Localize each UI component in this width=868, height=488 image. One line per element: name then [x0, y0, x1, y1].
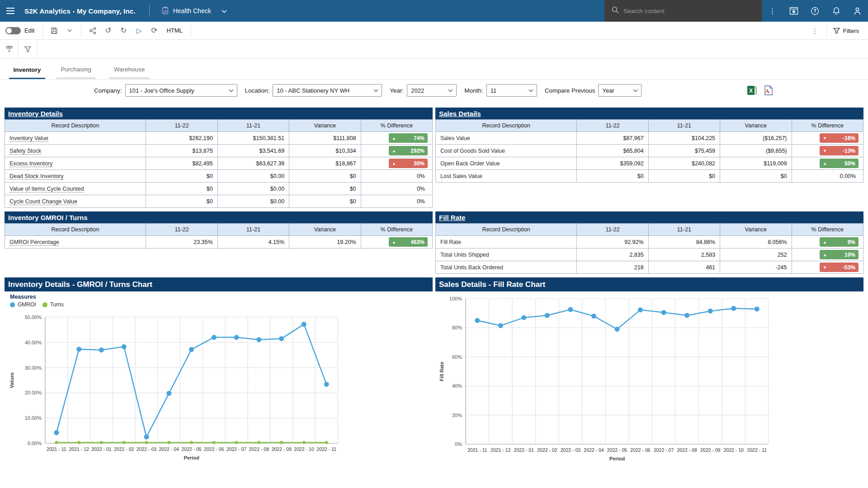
table-row: Fill Rate92.92%84.86%8.056%▲9%	[436, 236, 863, 249]
cell-value: $0	[289, 170, 361, 183]
record-link[interactable]: Inventory Value	[9, 135, 48, 142]
arrow-down-icon: ▼	[823, 136, 827, 141]
svg-text:2022 - 06: 2022 - 06	[630, 447, 651, 453]
redo-button[interactable]: ↻	[116, 24, 131, 38]
diff-value: 0.00%	[797, 173, 859, 179]
export-pdf-icon[interactable]: A	[763, 85, 774, 96]
save-button[interactable]	[47, 24, 62, 38]
table-row: Excess Inventory$82,495$63,627.39$18,867…	[5, 157, 433, 170]
cell-value: $63,627.39	[217, 157, 289, 170]
location-select[interactable]: 10 - ABC Stationery NY WH	[273, 84, 382, 97]
record-label: Fill Rate	[440, 239, 461, 245]
svg-text:2022 - 01: 2022 - 01	[514, 447, 534, 453]
record-label: Total Units Shipped	[440, 252, 489, 258]
compare-previous-select[interactable]: Year	[598, 84, 642, 97]
help-icon[interactable]: ?	[804, 0, 826, 22]
record-link[interactable]: Dead Stock Inventory	[9, 173, 64, 180]
svg-text:2022 - 01: 2022 - 01	[91, 446, 112, 452]
table-export-icon[interactable]	[0, 40, 19, 59]
svg-text:Fill Rate: Fill Rate	[439, 362, 444, 381]
diff-cell: 0.00%	[792, 170, 863, 183]
svg-text:2022 - 09: 2022 - 09	[700, 447, 721, 453]
gmroi-turns-line-chart: 0.00%10.00%20.00%30.00%40.00%50.00%2021 …	[5, 309, 433, 466]
company-label: Company:	[94, 87, 122, 94]
diff-cell: ▲30%	[361, 157, 432, 170]
svg-text:20%: 20%	[452, 413, 462, 418]
column-header: Record Description	[5, 224, 146, 236]
legend-swatch	[10, 302, 15, 307]
diff-badge: ▲463%	[389, 237, 428, 247]
menu-icon[interactable]	[0, 0, 21, 22]
diff-cell: 0%	[361, 195, 432, 208]
html-view-button[interactable]: HTML	[162, 24, 187, 38]
more-options-icon[interactable]: ⋮	[762, 0, 783, 22]
svg-text:20.00%: 20.00%	[25, 390, 42, 395]
tab-warehouse[interactable]: Warehouse	[109, 61, 150, 79]
column-header: Variance	[289, 120, 361, 132]
svg-text:40.00%: 40.00%	[25, 340, 42, 345]
cell-value: 461	[648, 261, 720, 274]
table-row: Value of Items Cycle Counted$0$0.00$00%	[5, 183, 433, 195]
legend-item[interactable]: Turns	[42, 301, 64, 308]
table-row: Inventory Value$262,190$150,381.51$111,8…	[5, 132, 433, 145]
svg-text:2022 - 08: 2022 - 08	[677, 447, 697, 453]
cell-value: $0	[289, 183, 361, 195]
cell-value: $18,867	[289, 157, 361, 170]
year-select[interactable]: 2022	[407, 84, 457, 97]
svg-text:2022 - 10: 2022 - 10	[724, 447, 744, 453]
insights-icon[interactable]	[783, 0, 804, 22]
search-input[interactable]	[623, 8, 736, 14]
arrow-up-icon: ▲	[823, 253, 827, 257]
svg-text:2022 - 04: 2022 - 04	[159, 446, 179, 452]
cell-value: ($9,655)	[720, 145, 792, 157]
arrow-up-icon: ▲	[823, 240, 827, 244]
chevron-down-icon	[222, 7, 227, 14]
panel-inventory-details: Inventory Details Record Description11-2…	[5, 108, 433, 208]
search-bar[interactable]	[604, 0, 762, 22]
record-link[interactable]: GMROI Percentage	[9, 239, 59, 246]
company-select[interactable]: 101 - Joe's Office Supply	[125, 84, 237, 97]
legend-item[interactable]: GMROI	[10, 301, 36, 308]
user-account-icon[interactable]	[847, 0, 868, 22]
cell-value: 92.92%	[577, 236, 648, 249]
month-select[interactable]: 11	[486, 84, 537, 97]
filters-button[interactable]: Filters	[830, 28, 862, 34]
cell-value: -245	[720, 261, 792, 274]
tab-purchasing[interactable]: Purchasing	[57, 61, 95, 79]
diff-cell: ▲10%	[792, 249, 863, 261]
svg-text:0%: 0%	[455, 441, 462, 447]
record-link[interactable]: Safety Stock	[9, 148, 41, 155]
table-row: Total Units Back Ordered216461-245▼-53%	[436, 261, 863, 274]
toolbar-more-icon[interactable]: ⋮	[807, 24, 823, 38]
record-link[interactable]: Value of Items Cycle Counted	[9, 186, 84, 192]
fill-rate-chart-title: Sales Details - Fill Rate Chart	[435, 277, 863, 291]
edit-toggle[interactable]	[5, 27, 21, 34]
run-button[interactable]: ▷	[131, 24, 146, 38]
notifications-bell-icon[interactable]	[826, 0, 847, 22]
column-header: 11-22	[577, 224, 648, 236]
column-header: 11-21	[648, 224, 720, 236]
column-header: 11-21	[217, 120, 289, 132]
legend-label: Turns	[50, 301, 64, 308]
cell-value: $0	[577, 170, 648, 183]
save-options-chevron-icon[interactable]	[62, 24, 77, 38]
tab-inventory[interactable]: Inventory	[9, 61, 45, 79]
refresh-button[interactable]: ⟳	[146, 24, 162, 38]
share-button[interactable]	[85, 24, 100, 38]
panel-sales-details: Sales Details Record Description11-2211-…	[435, 108, 863, 183]
record-link[interactable]: Excess Inventory	[9, 160, 52, 167]
record-label: Open Back Order Value	[440, 160, 500, 167]
filter-funnel-icon[interactable]	[19, 40, 37, 59]
record-link[interactable]: Cycle Count Change Value	[9, 198, 77, 205]
cell-value: $0.00	[217, 170, 289, 183]
location-label: Location:	[245, 87, 270, 94]
table-row: GMROI Percentage23.35%4.15%19.20%▲463%	[5, 236, 433, 249]
svg-text:2022 - 07: 2022 - 07	[226, 446, 247, 452]
diff-cell: 0%	[361, 183, 432, 195]
arrow-up-icon: ▲	[392, 240, 396, 244]
undo-button[interactable]: ↺	[100, 24, 116, 38]
module-switcher[interactable]: Health Check	[161, 6, 227, 16]
export-excel-icon[interactable]: X	[747, 85, 758, 96]
report-subtoolbar	[0, 40, 868, 59]
column-header: 11-21	[217, 224, 289, 236]
